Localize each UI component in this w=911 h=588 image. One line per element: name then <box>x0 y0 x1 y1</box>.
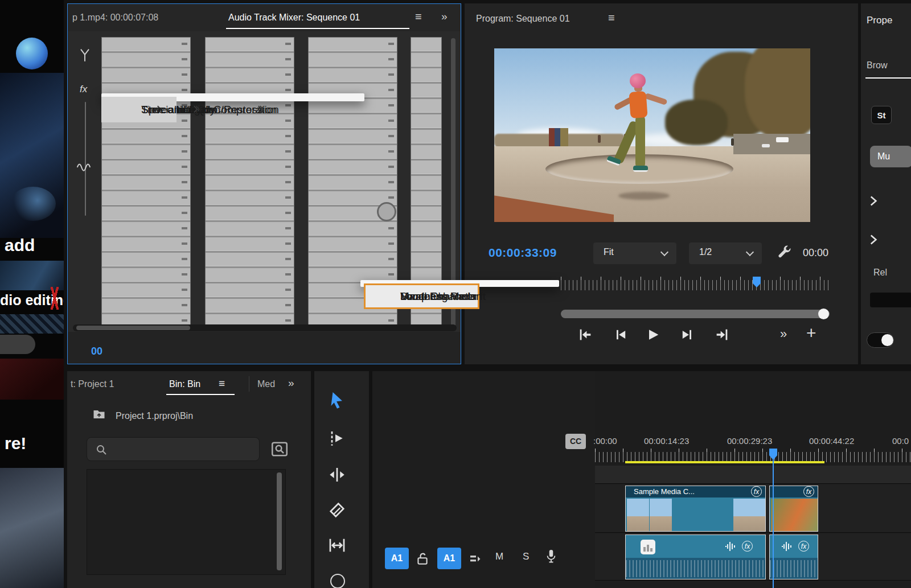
properties-field[interactable] <box>870 293 911 307</box>
tab-source-clip[interactable]: p 1.mp4: 00:00:07:08 <box>72 13 158 23</box>
expand-chevron-icon[interactable] <box>865 232 880 247</box>
go-to-out-button[interactable] <box>714 327 730 343</box>
panel-overflow-icon[interactable]: » <box>441 10 446 23</box>
ruler-timecode: 00:00:44:22 <box>809 436 854 446</box>
background-webpage: add dio editing re! <box>0 0 64 588</box>
webpage-image <box>0 73 64 238</box>
settings-wrench-icon[interactable] <box>775 244 793 261</box>
mute-track-button[interactable]: M <box>495 551 503 562</box>
active-tab-underline <box>166 394 235 395</box>
program-seek-ruler[interactable] <box>561 280 830 290</box>
related-label: Rel <box>873 268 887 278</box>
toggle-knob <box>881 334 893 346</box>
st-chip[interactable]: St <box>871 106 892 124</box>
active-tab-underline <box>226 28 409 29</box>
program-timecode[interactable]: 00:00:33:09 <box>489 246 557 260</box>
play-button[interactable] <box>645 327 661 343</box>
video-person-shoe <box>633 166 648 172</box>
video-person-shadow <box>618 192 670 200</box>
webpage-image <box>0 261 64 290</box>
clip-name: Sample Media C... <box>634 487 695 496</box>
fit-value: Fit <box>604 247 614 257</box>
special-effects-submenu: Distortion Fill Left with Right Fill Rig… <box>360 280 559 287</box>
tab-bin[interactable]: Bin: Bin <box>169 379 200 389</box>
mu-chip[interactable]: Mu <box>870 146 911 167</box>
ruler-timecode: 00:0 <box>892 436 909 446</box>
video-trees <box>745 48 810 139</box>
step-back-button[interactable] <box>613 327 629 343</box>
resolution-value: 1/2 <box>699 247 712 257</box>
fx-badge: fx <box>751 486 762 497</box>
pen-tool-partial[interactable] <box>330 574 345 588</box>
list-scrollbar[interactable] <box>277 472 282 570</box>
zoom-scrollbar-handle[interactable] <box>818 309 829 319</box>
video-person-hair <box>630 73 646 88</box>
toggle-switch[interactable] <box>867 332 894 348</box>
video-background-figure <box>731 138 734 146</box>
zoom-fit-dropdown[interactable]: Fit <box>593 242 676 264</box>
clip-thumbnail <box>733 499 765 531</box>
video-background-figure <box>598 135 601 143</box>
tab-project[interactable]: t: Project 1 <box>71 379 114 389</box>
audio-clip[interactable]: fx <box>625 534 766 579</box>
slip-tool[interactable] <box>327 535 347 556</box>
ruler-timecode: 00:00:14:23 <box>644 436 689 446</box>
tab-browse[interactable]: Brow <box>867 60 887 71</box>
program-zoom-scrollbar[interactable] <box>561 310 830 318</box>
search-box[interactable] <box>87 437 260 461</box>
expand-chevron-icon[interactable] <box>865 194 880 208</box>
add-button-icon[interactable]: + <box>806 323 816 343</box>
video-graffiti <box>762 144 770 147</box>
video-clip[interactable]: fx <box>769 486 818 532</box>
submenu-item-vocal-enhancer[interactable]: Vocal Enhancer <box>360 283 476 309</box>
channel-strip-effect-slots[interactable] <box>205 37 294 331</box>
captions-toggle[interactable]: CC <box>565 434 586 449</box>
tab-media-browser[interactable]: Med <box>257 379 275 389</box>
video-posters <box>549 128 568 146</box>
tab-program[interactable]: Program: Sequence 01 <box>476 14 570 24</box>
panel-menu-icon[interactable]: ≡ <box>608 11 615 24</box>
search-icon <box>95 443 108 457</box>
track-lock-icon[interactable] <box>415 551 430 567</box>
scrollbar-handle[interactable] <box>76 326 190 330</box>
panel-overflow-icon[interactable]: » <box>288 377 293 389</box>
playback-resolution-dropdown[interactable]: 1/2 <box>689 242 762 264</box>
razor-tool[interactable] <box>327 500 347 520</box>
tab-properties[interactable]: Prope <box>867 15 892 26</box>
go-to-in-button[interactable] <box>577 327 593 343</box>
folder-up-icon[interactable] <box>91 408 107 421</box>
sync-lock-icon[interactable] <box>468 552 483 566</box>
clip-title-bar: fx <box>770 486 818 497</box>
panel-menu-icon[interactable]: ≡ <box>219 377 225 390</box>
badge-glyph <box>643 542 653 552</box>
channel-strip-effect-slots[interactable] <box>101 37 191 331</box>
track-a1-button[interactable]: A1 <box>437 548 461 569</box>
work-area-bar <box>625 461 824 463</box>
source-patch-a1-button[interactable]: A1 <box>385 548 409 569</box>
panel-menu-icon[interactable]: ≡ <box>415 10 422 23</box>
voiceover-mic-icon[interactable] <box>543 548 559 565</box>
clip-thumbnail-badge <box>641 540 655 554</box>
step-forward-button[interactable] <box>679 327 695 343</box>
ripple-edit-tool[interactable] <box>327 464 347 485</box>
menu-item-time-and-pitch[interactable]: Time and Pitch <box>101 97 213 122</box>
solo-track-button[interactable]: S <box>523 551 529 562</box>
video-clip[interactable]: Sample Media C... fx <box>625 486 766 532</box>
clip-thumbnail <box>771 499 818 531</box>
audio-effects-menu: None Amplitude and Compression Delay and… <box>101 93 364 101</box>
track-select-forward-tool[interactable] <box>327 428 347 449</box>
mixer-horizontal-scrollbar[interactable] <box>73 324 457 331</box>
audio-clip[interactable]: fx <box>769 534 818 579</box>
bin-contents-list[interactable] <box>87 469 286 575</box>
mixer-timecode[interactable]: 00 <box>91 346 102 357</box>
selection-tool[interactable] <box>327 390 347 411</box>
pan-knob[interactable] <box>377 202 396 221</box>
find-in-project-icon[interactable] <box>270 439 289 459</box>
transport-overflow-icon[interactable]: » <box>780 327 786 342</box>
tab-audio-track-mixer[interactable]: Audio Track Mixer: Sequence 01 <box>228 13 360 23</box>
clip-title-bar: Sample Media C... fx <box>626 486 765 497</box>
timeline-playhead-line <box>773 459 774 588</box>
fx-badge: fx <box>803 486 814 497</box>
breadcrumb[interactable]: Project 1.prproj\Bin <box>116 411 193 421</box>
search-input[interactable] <box>112 440 255 458</box>
